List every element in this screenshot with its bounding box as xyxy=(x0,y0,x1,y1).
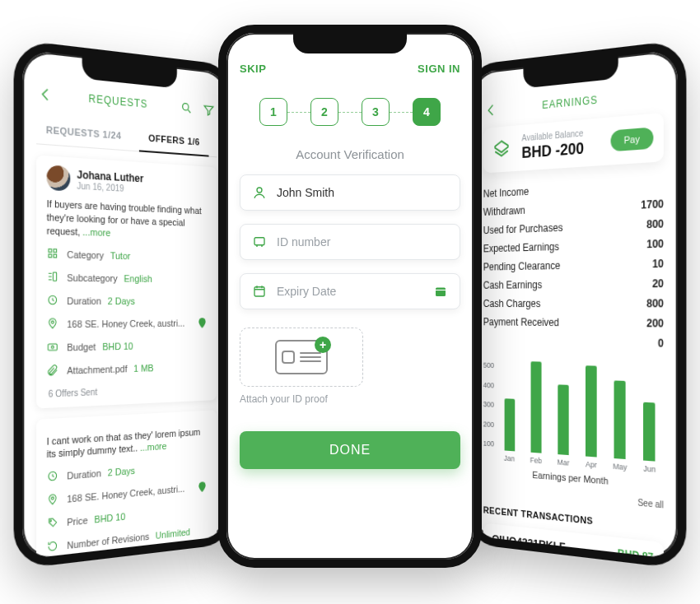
transaction-id: OIUO4231RKLF xyxy=(492,532,565,554)
expiry-placeholder: Expiry Date xyxy=(277,285,423,298)
page-title: REQUESTS xyxy=(62,90,172,113)
duration-icon xyxy=(47,469,60,485)
bar-label: May xyxy=(613,462,627,472)
location-pin-icon[interactable] xyxy=(196,480,208,495)
kv-row: Pending Clearance10 xyxy=(483,253,664,276)
meta-label: Duration xyxy=(67,295,101,306)
step-3[interactable]: 3 xyxy=(362,98,390,126)
offer-card[interactable]: Johana Luther Jun 16, 2019 If buyers are… xyxy=(36,156,217,408)
svg-point-13 xyxy=(257,188,262,193)
offer-card[interactable]: I cant work on that as they' lorem ipsum… xyxy=(36,410,217,560)
step-4[interactable]: 4 xyxy=(413,98,441,126)
id-field[interactable]: ID number xyxy=(240,224,460,260)
kv-value: 200 xyxy=(646,317,664,330)
kv-value: 800 xyxy=(646,217,664,230)
meta-row: Budget BHD 10 xyxy=(47,337,208,355)
bar-label: Apr xyxy=(586,460,597,470)
search-icon[interactable] xyxy=(179,98,195,118)
transaction-amount: BHD 87 xyxy=(618,547,654,560)
meta-row: Category Tutor xyxy=(47,246,208,263)
earnings-phone: EARNINGS Available Balance BHD -200 Pay … xyxy=(464,39,686,569)
requests-phone: REQUESTS REQUESTS 1/24 OFFERS 1/6 Johana… xyxy=(14,39,236,569)
kv-row: Cash Charges800 xyxy=(483,294,664,314)
kv-value: 0 xyxy=(658,337,664,350)
name-value: John Smith xyxy=(277,186,448,199)
meta-label: Category xyxy=(67,249,104,260)
kv-value: 1700 xyxy=(641,197,664,211)
meta-label: Subcategory xyxy=(67,272,117,283)
svg-rect-15 xyxy=(254,287,264,296)
tab-offers[interactable]: OFFERS 1/6 xyxy=(130,124,217,156)
earnings-chart: 500400300200100 JanFebMarAprMayJun xyxy=(483,361,664,475)
bar-rect xyxy=(643,402,655,462)
kv-key: Payment Received xyxy=(483,316,559,328)
calendar-icon xyxy=(252,284,267,299)
bar-rect xyxy=(558,385,568,455)
meta-label: 168 SE. Honey Creek, austri... xyxy=(67,484,184,505)
bar: Jun xyxy=(639,402,660,475)
step-2[interactable]: 2 xyxy=(310,98,338,126)
bar: Mar xyxy=(553,385,573,468)
svg-rect-1 xyxy=(49,249,52,252)
requests-header: REQUESTS xyxy=(36,84,217,120)
kv-row: Payment Received200 xyxy=(483,313,664,333)
bar-label: Mar xyxy=(558,458,570,467)
name-field[interactable]: John Smith xyxy=(240,174,460,211)
id-card-icon: + xyxy=(275,340,328,374)
meta-label: Expiration Time xyxy=(67,556,128,560)
svg-rect-14 xyxy=(254,238,264,245)
calendar-trail-icon[interactable] xyxy=(433,284,448,299)
upload-caption: Attach your ID proof xyxy=(240,393,328,405)
section-title: Account Verification xyxy=(240,147,460,161)
budget-icon xyxy=(47,340,60,355)
id-placeholder: ID number xyxy=(277,235,448,249)
meta-value: 2days xyxy=(135,553,158,560)
svg-point-9 xyxy=(51,346,54,348)
svg-rect-2 xyxy=(54,249,57,252)
back-icon[interactable] xyxy=(36,84,55,105)
meta-value: 2 Days xyxy=(108,295,135,306)
done-button[interactable]: DONE xyxy=(240,431,460,469)
balance-amount: BHD -200 xyxy=(521,140,584,162)
bar-rect xyxy=(530,362,541,453)
filter-icon[interactable] xyxy=(201,100,217,120)
kv-key: Withdrawn xyxy=(483,204,525,218)
meta-value: 1 MB xyxy=(133,362,153,373)
kv-value: 10 xyxy=(652,258,664,271)
upload-id-box[interactable]: + xyxy=(240,328,363,387)
more-link[interactable]: ...more xyxy=(82,226,110,238)
notch-icon xyxy=(293,32,407,53)
meta-label: Budget xyxy=(67,341,96,352)
avatar[interactable] xyxy=(47,165,71,191)
post-description: I cant work on that as they' lorem ipsum… xyxy=(47,425,208,462)
verification-phone: SKIP SIGN IN 1 2 3 4 Account Verificatio… xyxy=(218,25,482,568)
step-1[interactable]: 1 xyxy=(259,98,287,126)
price-icon xyxy=(47,516,60,532)
bar-rect xyxy=(586,365,597,457)
tab-requests[interactable]: REQUESTS 1/24 xyxy=(36,116,130,150)
kv-key: Expected Earnings xyxy=(483,240,559,254)
subcategory-icon xyxy=(47,270,60,285)
kv-key: Net Income xyxy=(483,185,529,199)
meta-row: Attachment.pdf 1 MB xyxy=(47,359,208,378)
meta-label: Duration xyxy=(67,468,101,481)
expiry-field[interactable]: Expiry Date xyxy=(240,273,460,309)
bar-rect xyxy=(614,380,626,459)
location-pin-icon[interactable] xyxy=(196,316,208,329)
signin-link[interactable]: SIGN IN xyxy=(418,63,460,75)
pay-button[interactable]: Pay xyxy=(611,127,654,151)
kv-key: Used for Purchases xyxy=(483,221,563,236)
attachment-icon xyxy=(47,363,60,378)
svg-rect-5 xyxy=(53,272,56,281)
meta-label: Attachment.pdf xyxy=(67,363,127,375)
revisions-icon xyxy=(47,539,60,555)
back-icon[interactable] xyxy=(483,100,500,120)
meta-row: 168 SE. Honey Creek, austri... xyxy=(47,316,208,332)
more-link[interactable]: ...more xyxy=(140,441,166,453)
meta-value: English xyxy=(124,272,152,283)
plus-icon: + xyxy=(315,337,331,353)
meta-value: BHD 10 xyxy=(102,341,133,351)
skip-link[interactable]: SKIP xyxy=(240,63,266,75)
svg-point-11 xyxy=(51,497,54,499)
top-links: SKIP SIGN IN xyxy=(240,63,460,75)
